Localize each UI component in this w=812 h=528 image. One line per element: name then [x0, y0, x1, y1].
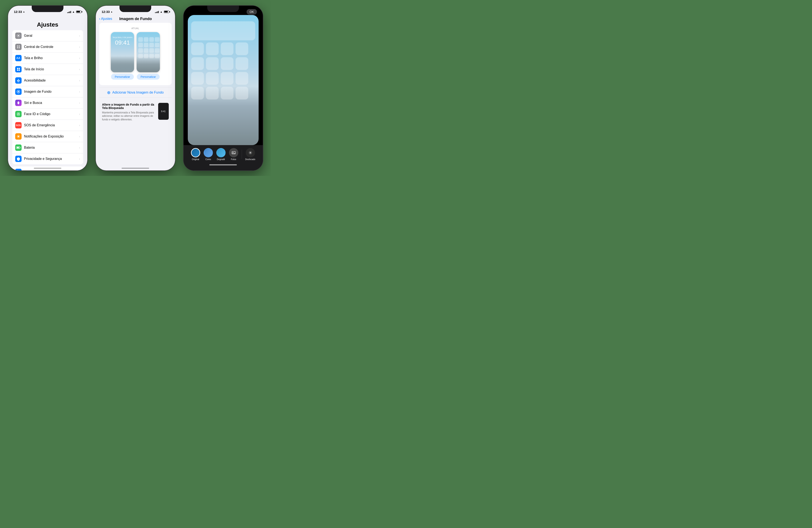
phone-3-screen: OK [184, 6, 263, 170]
settings-item-exposicao[interactable]: Notificações de Exposição › [12, 131, 83, 142]
status-icons-1: ▲ [67, 10, 82, 13]
central-icon [15, 44, 21, 50]
settings-item-geral[interactable]: Geral › [12, 30, 83, 41]
tip-text: Altere a Imagem de Fundo a partir da Tel… [102, 103, 156, 121]
settings-item-face-id[interactable]: Face ID e Código › [12, 108, 83, 120]
settings-item-bateria[interactable]: Bateria › [12, 142, 83, 153]
lock-date: Terça-feira, 0 de janeiro [113, 36, 133, 39]
svg-rect-6 [19, 68, 20, 69]
settings-item-tela-inicio[interactable]: Tela de Início › [12, 64, 83, 75]
app-icon [235, 72, 248, 85]
exposicao-chevron: › [79, 135, 80, 138]
picker-desfocado[interactable]: Desfocado [245, 148, 256, 161]
acessibilidade-chevron: › [79, 79, 80, 82]
face-id-chevron: › [79, 112, 80, 116]
svg-point-27 [249, 152, 251, 153]
app-icon [221, 72, 233, 85]
svg-rect-5 [17, 68, 18, 69]
privacidade-chevron: › [79, 157, 80, 161]
picker-divider [242, 150, 242, 159]
picker-degrade[interactable]: Degradê [216, 148, 226, 161]
status-time-1: 12:33 ▲ [14, 10, 25, 14]
battery-icon-1 [76, 11, 82, 13]
tip-container: Altere a Imagem de Fundo a partir da Tel… [99, 100, 172, 124]
wifi-icon-1: ▲ [72, 10, 75, 13]
svg-point-11 [18, 91, 19, 92]
original-circle [191, 148, 200, 157]
svg-point-15 [19, 91, 20, 92]
siri-chevron: › [79, 101, 80, 105]
tela-inicio-label: Tela de Início [24, 67, 79, 71]
settings-item-imagem-fundo[interactable]: Imagem de Fundo › [12, 86, 83, 97]
settings-item-acessibilidade[interactable]: Acessibilidade › [12, 75, 83, 86]
bateria-chevron: › [79, 146, 80, 149]
settings-item-central[interactable]: Central de Controle › [12, 41, 83, 52]
central-label: Central de Controle [24, 45, 79, 49]
imagem-fundo-label: Imagem de Fundo [24, 90, 79, 93]
phone-3: OK [184, 6, 263, 170]
bateria-label: Bateria [24, 146, 79, 150]
siri-label: Siri e Busca [24, 101, 79, 105]
app-row-4 [191, 87, 255, 100]
location-icon-2: ▲ [111, 11, 113, 13]
face-id-icon [15, 111, 21, 117]
home-indicator-3 [209, 164, 237, 165]
tip-phone-preview: 9:41 [158, 103, 169, 120]
tela-brilho-label: Tela e Brilho [24, 56, 79, 60]
bateria-icon [15, 145, 21, 151]
status-icons-3: OK [247, 9, 257, 15]
wallpaper-card: ATUAL Terça-feira, 0 de janeiro 09:41 Pe… [99, 23, 172, 85]
personalizar-lock-btn[interactable]: Personalizar [111, 74, 134, 80]
svg-point-19 [17, 136, 19, 137]
app-row-1 [191, 43, 255, 55]
appstore-chevron: › [79, 170, 80, 170]
svg-point-3 [17, 47, 18, 48]
app-icon [235, 43, 248, 55]
acessibilidade-icon [15, 77, 21, 84]
status-bar-2: 12:33 ▲ ▲ [96, 6, 175, 15]
svg-point-2 [19, 45, 20, 46]
widget-1 [191, 21, 255, 40]
tip-title: Altere a Imagem de Fundo a partir da Tel… [102, 103, 156, 110]
tip-card: Altere a Imagem de Fundo a partir da Tel… [99, 100, 172, 124]
personalizar-home-btn[interactable]: Personalizar [137, 74, 160, 80]
wallpaper-nav-title: Imagem de Fundo [99, 17, 172, 21]
lock-screen-image: Terça-feira, 0 de janeiro 09:41 [111, 32, 134, 72]
desfocado-label: Desfocado [245, 158, 256, 161]
home-indicator-2 [121, 168, 149, 169]
wallpaper-nav: ‹ Ajustes Imagem de Fundo [96, 15, 175, 23]
geral-icon [15, 32, 21, 39]
wallpaper-picker-bar: Original Cores Degradê Fotos [184, 145, 263, 170]
ok-button[interactable]: OK [247, 9, 257, 15]
svg-point-4 [19, 47, 20, 48]
phone-1-screen: 12:33 ▲ ▲ Ajustes [8, 6, 87, 170]
svg-point-0 [18, 35, 19, 36]
tip-desc: Mantenha pressionada a Tela Bloqueada pa… [102, 111, 156, 121]
app-icon [206, 43, 219, 55]
settings-item-siri[interactable]: Siri e Busca › [12, 97, 83, 108]
settings-item-tela-brilho[interactable]: AA Tela e Brilho › [12, 52, 83, 64]
home-indicator-1 [34, 168, 61, 169]
face-id-label: Face ID e Código [24, 112, 79, 116]
picker-cores[interactable]: Cores [204, 148, 213, 161]
app-icon [221, 43, 233, 55]
settings-title: Ajustes [12, 21, 83, 28]
picker-original[interactable]: Original [191, 148, 200, 161]
settings-item-privacidade[interactable]: Privacidade e Segurança › [12, 153, 83, 164]
original-label: Original [192, 158, 199, 161]
settings-item-sos[interactable]: SOS SOS de Emergência › [12, 120, 83, 131]
picker-fotos[interactable]: Fotos [229, 148, 238, 161]
home-screen-image [136, 32, 160, 72]
lock-screen-preview: Terça-feira, 0 de janeiro 09:41 Personal… [111, 32, 134, 80]
appstore-label: App Store [24, 170, 79, 170]
add-icon: ⊕ [107, 90, 111, 95]
svg-point-9 [18, 79, 19, 80]
app-icon [191, 57, 204, 70]
central-chevron: › [79, 45, 80, 49]
app-icon [206, 72, 219, 85]
phone-2: 12:33 ▲ ▲ ‹ Ajustes [96, 6, 175, 170]
app-row-3 [191, 72, 255, 85]
svg-point-12 [18, 90, 19, 90]
siri-icon [15, 100, 21, 106]
add-wallpaper-btn[interactable]: ⊕ Adicionar Nova Imagem de Fundo [99, 87, 172, 98]
